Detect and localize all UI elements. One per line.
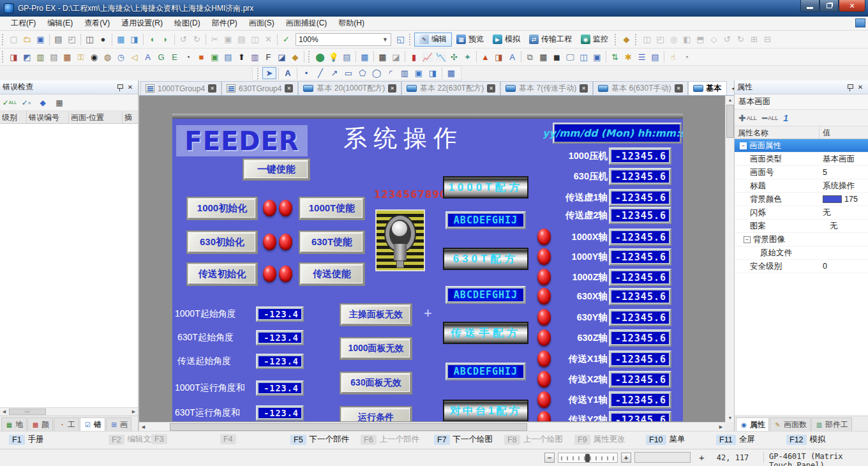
rotate-free-icon[interactable]: ◰ (654, 33, 667, 46)
bar-graph-icon[interactable]: ▮ (407, 50, 421, 63)
restore-button[interactable] (819, 0, 839, 12)
filter-check-icon[interactable]: ◆ (36, 97, 49, 109)
flip-horizontal-icon[interactable]: ◧ (680, 33, 694, 46)
doc-tab-base7[interactable]: 基本 7(传送手动) ✕ (500, 81, 593, 95)
menu-view[interactable]: 查看(V) (79, 17, 116, 30)
rotate-right-icon[interactable]: ↻ (734, 33, 747, 46)
mode-monitor-button[interactable]: ◉ 监控 (576, 33, 613, 47)
zoom-slider[interactable] (558, 453, 618, 463)
tab-address[interactable]: ▦ 地 (1, 417, 27, 431)
angle-display-1000t-start[interactable]: -123.4 (256, 306, 304, 322)
panel-1000-invalid-button[interactable]: 1000面板无效 (341, 338, 411, 359)
run-condition-button[interactable]: 运行条件 (341, 407, 411, 421)
angle-display-630t-start[interactable]: -123.4 (256, 330, 304, 345)
movie-icon[interactable]: ◪ (275, 50, 288, 63)
text-convert-icon[interactable]: A (141, 50, 154, 63)
redo-icon[interactable]: ↻ (190, 33, 204, 46)
table-tool-icon[interactable]: ▦ (444, 67, 458, 79)
tab-close-icon[interactable]: ✕ (580, 84, 588, 93)
text-display-icon[interactable]: A (505, 50, 519, 63)
dial-icon[interactable]: ◔ (680, 50, 693, 63)
global-e-icon[interactable]: E (168, 50, 181, 63)
save-project-icon[interactable]: ▣ (34, 33, 47, 46)
zoom-out-button[interactable]: − (544, 453, 555, 463)
recipe-display-2[interactable]: ABCDEFGHIJ (445, 286, 526, 304)
mode-preview-button[interactable]: ▦ 预览 (452, 33, 488, 47)
menu-project[interactable]: 工程(F) (5, 17, 41, 30)
axis-display[interactable]: -12345.6 (609, 288, 671, 305)
trend-graph-icon[interactable]: 📉 (434, 50, 447, 63)
tab-close-icon[interactable]: ✕ (675, 84, 683, 93)
fkey-f3[interactable]: F3 (151, 434, 170, 444)
recipe-630t-button[interactable]: 630T配方 (443, 248, 528, 270)
timer-icon[interactable]: ◔ (181, 50, 195, 63)
capture-icon[interactable]: ● (96, 33, 110, 46)
tab-tools[interactable]: ◔ 工 (54, 417, 79, 431)
transfer-tool-icon[interactable]: ◫ (83, 33, 96, 46)
error-panel-close-icon[interactable]: ✕ (125, 82, 135, 92)
select-cursor-icon[interactable]: ➤ (262, 67, 276, 79)
compass-icon[interactable]: ✦ (461, 50, 474, 63)
init-transfer-button[interactable]: 传送初始化 (188, 264, 257, 285)
line-graph-icon[interactable]: 📈 (421, 50, 434, 63)
doc-tab-base6[interactable]: 基本 6(630T手动) ✕ (593, 81, 687, 95)
open-project-icon[interactable]: 🗀 (20, 33, 34, 46)
enable-630t-button[interactable]: 630T使能 (300, 232, 364, 253)
prop-row-screen-attributes[interactable]: −画面属性 (735, 139, 868, 153)
memory-icon[interactable]: ▥ (248, 50, 262, 63)
zoom-slider-thumb[interactable] (585, 454, 590, 462)
fkey-f8[interactable]: F8上一个绘图 (504, 434, 563, 445)
axis-display[interactable]: -12345.6 (609, 207, 671, 224)
screen-display-icon[interactable]: ◫ (577, 50, 590, 63)
tab-close-icon[interactable]: ✕ (487, 84, 495, 93)
angle-display-transfer-start[interactable]: -123.4 (256, 354, 304, 369)
image-capture-icon[interactable]: ◨ (426, 67, 440, 79)
speaker-icon[interactable]: ◁ (128, 50, 141, 63)
bulb-icon[interactable]: 💡 (327, 50, 340, 63)
security-icon[interactable]: ⚿ (74, 50, 87, 63)
axis-display[interactable]: -12345.6 (609, 147, 671, 165)
mode-transfer-button[interactable]: ⇄ 传输工程 (525, 33, 576, 47)
prop-row-pattern[interactable]: 图案 无 (735, 220, 868, 233)
doc-tab-base20[interactable]: 基本 20(1000T配方) ✕ (298, 81, 401, 95)
list-icon[interactable]: ☰ (635, 50, 648, 63)
recipe-1000t-button[interactable]: 1000T配方 (443, 176, 528, 199)
axis-display[interactable]: -12345.6 (609, 189, 671, 206)
prop-row-original-file[interactable]: 原始文件 (735, 246, 868, 260)
script-icon[interactable]: ▤ (221, 50, 235, 63)
duplicate-icon[interactable]: ◫ (248, 33, 262, 46)
zoom-in-button[interactable]: + (621, 453, 631, 463)
print-preview-icon[interactable]: ◰ (65, 33, 79, 46)
minimize-button[interactable] (800, 0, 819, 12)
sound-icon[interactable]: ◍ (101, 50, 114, 63)
collapse-icon[interactable]: − (744, 236, 751, 243)
axis-display[interactable]: -12345.6 (609, 248, 671, 266)
axis-display[interactable]: -12345.6 (609, 391, 671, 409)
polyline-tool-icon[interactable]: ↗ (327, 67, 341, 79)
password-icon[interactable]: ◉ (87, 50, 101, 63)
tab-screen-count[interactable]: ✎ 画面数 (770, 417, 811, 431)
init-630-button[interactable]: 630初始化 (188, 232, 257, 253)
screen-add-icon[interactable]: ▣ (208, 50, 221, 63)
tab-color[interactable]: ▩ 颜 (27, 417, 53, 431)
prop-row-screen-type[interactable]: 画面类型 基本画面 (735, 153, 868, 166)
fkey-f10[interactable]: F10菜单 (646, 434, 685, 445)
menu-screen-capture[interactable]: 画面捕捉(C) (280, 17, 333, 30)
copy-icon[interactable]: ▣ (221, 33, 235, 46)
fkey-f12[interactable]: F12模拟 (786, 434, 826, 445)
tab-screens[interactable]: ⊞ 画 (106, 417, 131, 431)
axis-display[interactable]: -12345.6 (609, 168, 671, 185)
axis-display[interactable]: -12345.6 (609, 269, 671, 286)
arc-tool-icon[interactable]: ◜ (384, 67, 398, 79)
fkey-f9[interactable]: F9属性更改 (574, 434, 625, 445)
expand-all-icon[interactable]: ✚ALL (738, 115, 757, 121)
marker-icon[interactable]: ◆ (288, 50, 302, 63)
cut-icon[interactable]: ✂ (208, 33, 221, 46)
flip-vertical-icon[interactable]: ⬒ (694, 33, 707, 46)
package-icon[interactable]: ◆ (620, 33, 633, 46)
doc-tab-base22[interactable]: 基本 22(630T配方) ✕ (401, 81, 500, 95)
image-display-icon[interactable]: ▣ (590, 50, 604, 63)
vscroll-thumb[interactable] (726, 105, 734, 138)
prop-row-background-image[interactable]: −背景图像 (735, 233, 868, 246)
data-display-icon[interactable]: ◨ (492, 50, 505, 63)
